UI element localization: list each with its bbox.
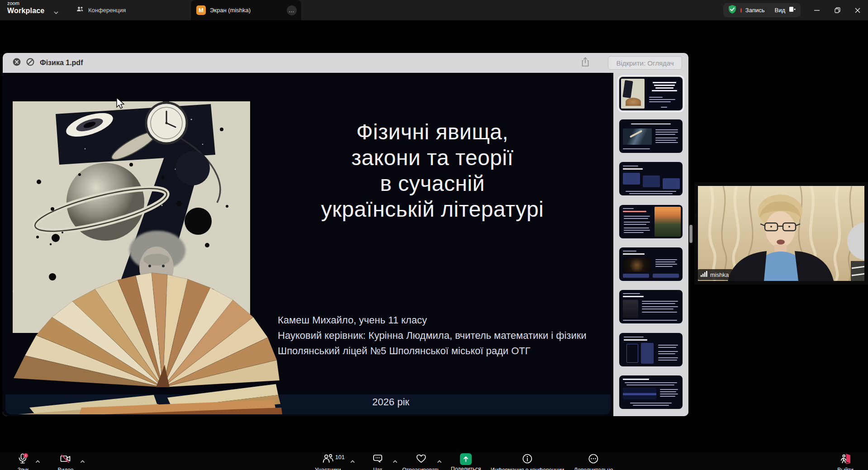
participant-video-feed: mishka <box>698 186 864 281</box>
slide-page: Фізичні явища, закони та теорії в сучасн… <box>5 74 611 414</box>
people-icon <box>76 5 84 15</box>
slide-supervisor: Науковий керівник: Курінна Людмила, вчит… <box>278 328 594 343</box>
participant-video-tile[interactable]: mishka <box>694 182 868 285</box>
camera-off-icon <box>59 453 72 466</box>
exit-door-icon <box>840 453 851 466</box>
leave-label: Выйти <box>837 467 854 470</box>
slide-author: Камеш Михайло, учень 11 класу <box>278 313 594 328</box>
participant-name-tag: mishka <box>698 269 733 280</box>
share-screen-button[interactable]: Поделиться <box>451 453 481 470</box>
restore-button[interactable] <box>827 0 848 20</box>
webcam-scene <box>698 186 864 281</box>
leave-button[interactable]: Выйти <box>837 453 854 470</box>
tab-screen-share[interactable]: M Экран (mishka) … <box>191 0 301 20</box>
meeting-info-button[interactable]: Информация о конференции <box>491 453 564 470</box>
app-logo: zoom Workplace <box>7 1 44 14</box>
thumbnail-slide-7[interactable] <box>619 333 683 366</box>
pdf-filename: Фізика 1.pdf <box>40 59 83 67</box>
chevron-down-icon[interactable] <box>53 8 59 16</box>
svg-text:!: ! <box>25 454 27 458</box>
slide-title: Фізичні явища, закони та теорії в сучасн… <box>258 119 607 222</box>
audio-button[interactable]: ! Звук <box>17 453 29 470</box>
tab-screen-label: Экран (mishka) <box>210 7 283 14</box>
layout-view-icon[interactable] <box>789 6 796 14</box>
slide-title-line-4: українській літературі <box>258 196 607 222</box>
scrollbar-thumb[interactable] <box>689 225 693 243</box>
tab-options-icon[interactable]: … <box>287 5 297 15</box>
tab-meeting[interactable]: Конференция <box>76 0 126 20</box>
thumbnail-slide-8[interactable] <box>619 375 683 409</box>
thumbnail-slide-5[interactable] <box>619 247 683 281</box>
pdf-page-area: Фізичні явища, закони та теорії в сучасн… <box>3 73 613 416</box>
open-with-button[interactable]: Відкрити: Оглядач <box>608 56 682 70</box>
close-window-button[interactable] <box>847 0 868 20</box>
open-book-illustration <box>9 272 285 414</box>
recording-dot-icon <box>740 8 742 13</box>
thumbnail-slide-3[interactable] <box>619 162 683 195</box>
brand-workplace: Workplace <box>7 7 44 14</box>
slide-credits: Камеш Михайло, учень 11 класу Науковий к… <box>278 313 594 359</box>
slide-year: 2026 рік <box>346 396 436 408</box>
slide-school: Шполянський ліцей №5 Шполянської міської… <box>278 343 594 359</box>
meeting-controls-bar: ! Звук Видео Участники 1 <box>0 452 868 470</box>
react-label: Отреагировать <box>402 467 440 470</box>
share-label: Поделиться <box>451 466 481 470</box>
screen-share-badge: M <box>196 5 206 15</box>
more-label: Дополнительно <box>574 467 613 470</box>
video-options-chevron[interactable] <box>80 457 85 465</box>
recording-label[interactable]: Запись <box>745 7 765 14</box>
share-export-icon[interactable] <box>581 57 590 69</box>
blocked-icon[interactable] <box>26 58 34 68</box>
meeting-status-pill: Запись Вид <box>723 3 801 17</box>
thumbnail-slide-1[interactable] <box>619 77 683 110</box>
thumbnail-slide-2[interactable] <box>619 119 683 153</box>
security-shield-icon[interactable] <box>728 5 737 16</box>
microphone-icon: ! <box>17 453 29 466</box>
audio-label: Звук <box>18 467 29 470</box>
react-button[interactable]: Отреагировать <box>402 453 440 470</box>
video-button[interactable]: Видео <box>57 453 73 470</box>
thumbnail-slide-6[interactable] <box>619 290 683 323</box>
slide-title-line-2: закони та теорії <box>258 145 607 171</box>
heart-icon <box>415 453 427 466</box>
slide-thumbnails-panel <box>613 73 688 416</box>
pdf-viewer-header: Фізика 1.pdf Відкрити: Оглядач <box>3 53 688 73</box>
share-screen-icon <box>460 453 472 465</box>
signal-bars-icon <box>701 271 707 278</box>
audio-options-chevron[interactable] <box>35 457 40 465</box>
brand-zoom: zoom <box>7 1 44 6</box>
title-bar: zoom Workplace Конференция M Экран (mish… <box>0 0 868 20</box>
participants-icon <box>322 453 334 466</box>
view-button[interactable]: Вид <box>774 7 785 14</box>
more-button[interactable]: Дополнительно <box>574 453 613 470</box>
thumbnail-slide-4[interactable] <box>619 205 683 238</box>
slide-title-line-1: Фізичні явища, <box>258 119 607 145</box>
react-options-chevron[interactable] <box>437 457 442 465</box>
chat-label: Чат <box>373 467 382 470</box>
chat-options-chevron[interactable] <box>393 457 398 465</box>
chat-bubble-icon <box>372 453 384 466</box>
video-label: Видео <box>57 467 73 470</box>
participant-name: mishka <box>710 271 729 278</box>
info-circle-icon <box>522 453 533 466</box>
participants-count: 101 <box>335 454 345 461</box>
participants-options-chevron[interactable] <box>350 457 355 465</box>
close-icon[interactable] <box>13 58 21 68</box>
participants-label: Участники <box>315 467 341 470</box>
tab-meeting-label: Конференция <box>88 7 126 14</box>
minimize-button[interactable] <box>806 0 827 20</box>
meeting-info-label: Информация о конференции <box>491 467 564 470</box>
slide-title-line-3: в сучасній <box>258 171 607 196</box>
ellipsis-circle-icon <box>588 453 599 466</box>
shared-pdf-window: Фізика 1.pdf Відкрити: Оглядач <box>3 53 688 416</box>
chat-button[interactable]: Чат <box>372 453 384 470</box>
mouse-cursor <box>116 97 126 111</box>
